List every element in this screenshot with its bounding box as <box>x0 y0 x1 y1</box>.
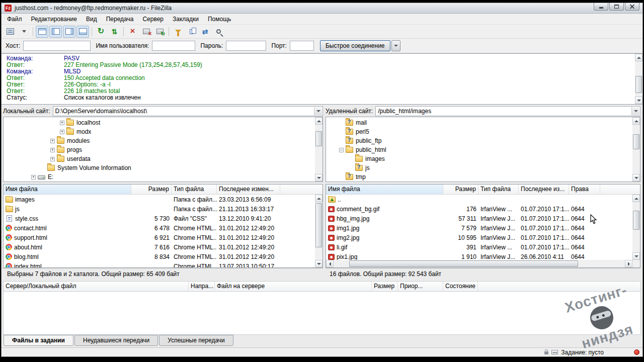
scroll-up-button[interactable] <box>315 195 323 202</box>
disconnect-button[interactable] <box>140 26 152 38</box>
file-row-pix1-jpg[interactable]: pix1.jpg1 910IrfanView J...26.06.2010 4:… <box>326 252 632 260</box>
compare-button[interactable] <box>185 26 198 38</box>
local-path-combobox[interactable]: D:\OpenServer\domains\localhost\ <box>53 106 324 116</box>
toggle-message-log-button[interactable] <box>36 26 48 38</box>
column-header-2[interactable]: Тип файла <box>172 185 217 194</box>
expand-icon[interactable]: + <box>60 130 64 134</box>
column-header-3[interactable]: Последнее из... <box>519 185 569 194</box>
port-input[interactable] <box>290 41 314 51</box>
reconnect-button[interactable] <box>153 26 166 38</box>
menu-item-file[interactable]: Файл <box>3 14 27 24</box>
file-row-hbg-img-jpg[interactable]: hbg_img.jpg57 311IrfanView J...01.07.201… <box>326 214 632 223</box>
scroll-down-button[interactable] <box>635 97 642 104</box>
column-header-3[interactable]: Последнее измен... <box>217 185 280 194</box>
process-queue-button[interactable] <box>108 26 121 38</box>
tree-item-perl5[interactable]: perl5 <box>326 127 640 136</box>
file-row-img2-jpg[interactable]: img2.jpg10 595IrfanView J...01.07.2010 1… <box>326 233 632 242</box>
toggle-remote-tree-button[interactable] <box>63 26 75 38</box>
title-bar[interactable]: Fz justhost.com - redmoney@ftp.redmoneym… <box>2 3 642 14</box>
scroll-down-button[interactable] <box>632 252 640 260</box>
scroll-left-button[interactable] <box>326 260 334 267</box>
site-manager-dropdown[interactable] <box>18 26 30 38</box>
column-header-1[interactable]: Напра... <box>189 282 215 291</box>
scroll-down-button[interactable] <box>315 260 323 267</box>
username-input[interactable] <box>152 41 195 51</box>
tree-item-modx[interactable]: +modx <box>4 127 323 136</box>
site-manager-button[interactable] <box>4 26 17 38</box>
maximize-button[interactable] <box>609 3 624 11</box>
file-row-contact-html[interactable]: contact.html6 478Chrome HTML...31.01.201… <box>4 223 315 233</box>
file-row-blog-html[interactable]: blog.html8 834Chrome HTML...31.01.2012 1… <box>4 252 315 261</box>
menu-item-help[interactable]: Помощь <box>203 14 235 24</box>
tree-item-public-ftp[interactable]: public_ftp <box>326 136 640 145</box>
minimize-button[interactable] <box>594 3 608 11</box>
file-row-style-css[interactable]: style.css5 730Файл "CSS"13.12.2010 9:41:… <box>4 214 315 223</box>
tree-item-public-html[interactable]: −public_html <box>326 145 640 154</box>
combo-dropdown-button[interactable] <box>631 107 639 115</box>
tree-item-tmp[interactable]: tmp <box>326 172 640 182</box>
tab-successful-transfers[interactable]: Успешные передачи <box>159 335 233 346</box>
tree-item-localhost[interactable]: +localhost <box>4 118 323 127</box>
scrollbar-thumb[interactable] <box>349 260 578 267</box>
expand-icon[interactable]: + <box>50 148 55 152</box>
menu-item-transfer[interactable]: Передача <box>102 14 138 24</box>
tab-failed-transfers[interactable]: Неудавшиеся передачи <box>74 335 158 346</box>
tree-item-system-volume-information[interactable]: System Volume Information <box>4 163 323 172</box>
menu-item-view[interactable]: Вид <box>82 14 102 24</box>
file-row-about-html[interactable]: about.html7 616Chrome HTML...31.01.2012 … <box>4 242 315 252</box>
toggle-queue-button[interactable] <box>76 26 89 38</box>
column-header-0[interactable]: Имя файла <box>4 185 131 194</box>
expand-icon[interactable]: + <box>50 157 55 161</box>
tree-item-mail[interactable]: mail <box>326 118 640 127</box>
file-row-li-gif[interactable]: li.gif391IrfanView ...01.07.2010 17:1...… <box>326 242 632 252</box>
file-row-js[interactable]: jsПапка с файл...21.11.2013 16:33:17 <box>4 204 315 214</box>
scroll-up-button[interactable] <box>635 54 642 61</box>
close-button[interactable] <box>625 3 639 11</box>
expand-icon[interactable]: + <box>60 121 64 125</box>
column-header-4[interactable]: Права <box>569 185 600 194</box>
host-input[interactable] <box>23 41 91 51</box>
file-row-index-html[interactable]: index.htmlChrome HTML...13.07.2013 10:50… <box>4 261 315 267</box>
toggle-local-tree-button[interactable] <box>49 26 62 38</box>
quickconnect-dropdown[interactable] <box>391 40 400 51</box>
tree-item-modules[interactable]: +modules <box>4 136 323 145</box>
file-row-images[interactable]: imagesПапка с файл...23.03.2013 6:56:09 <box>4 195 315 204</box>
column-header-3[interactable]: Размер <box>372 282 398 291</box>
tree-item-progs[interactable]: +progs <box>4 145 323 154</box>
column-header-4[interactable]: Приор... <box>398 282 443 291</box>
quickconnect-button[interactable]: Быстрое соединение <box>320 40 390 51</box>
tab-queued-files[interactable]: Файлы в задании <box>4 335 73 346</box>
scroll-right-button[interactable] <box>625 260 632 267</box>
file-row-img1-jpg[interactable]: img1.jpg7 579IrfanView J...01.07.2010 17… <box>326 223 632 233</box>
tree-item-js[interactable]: js <box>326 163 640 172</box>
expand-icon[interactable]: + <box>31 175 36 179</box>
file-row-parent-directory[interactable]: .. <box>326 195 632 204</box>
file-row-comment-bg-gif[interactable]: comment_bg.gif176IrfanView ...01.07.2010… <box>326 204 632 214</box>
column-header-1[interactable]: Размер <box>131 185 172 194</box>
tree-item-e[interactable]: +E: <box>4 172 323 182</box>
column-header-1[interactable]: Размер <box>443 185 478 194</box>
tree-item-userdata[interactable]: +userdata <box>4 154 323 163</box>
filter-button[interactable] <box>172 26 184 38</box>
scroll-down-button[interactable] <box>315 174 323 182</box>
combo-dropdown-button[interactable] <box>314 107 322 115</box>
collapse-icon[interactable]: − <box>339 148 344 152</box>
scrollbar-thumb[interactable] <box>633 134 639 149</box>
remote-path-combobox[interactable]: /public_html/images <box>375 106 640 116</box>
scroll-up-button[interactable] <box>632 117 640 125</box>
sync-browsing-button[interactable] <box>199 26 211 38</box>
scrollbar-thumb[interactable] <box>635 76 642 93</box>
refresh-button[interactable] <box>95 26 107 38</box>
column-header-0[interactable]: Сервер/Локальный файл <box>4 282 189 291</box>
scrollbar-thumb[interactable] <box>315 131 322 146</box>
menu-item-server[interactable]: Сервер <box>138 14 168 24</box>
find-files-button[interactable] <box>212 26 225 38</box>
menu-item-bookmarks[interactable]: Закладки <box>168 14 203 24</box>
scroll-up-button[interactable] <box>632 195 640 202</box>
scroll-down-button[interactable] <box>632 174 640 182</box>
scrollbar-thumb[interactable] <box>315 203 322 247</box>
column-header-2[interactable]: Файл на сервере <box>215 282 372 291</box>
tree-item-images[interactable]: images <box>326 154 640 163</box>
column-header-2[interactable]: Тип файла <box>478 185 519 194</box>
expand-icon[interactable]: + <box>50 139 55 143</box>
